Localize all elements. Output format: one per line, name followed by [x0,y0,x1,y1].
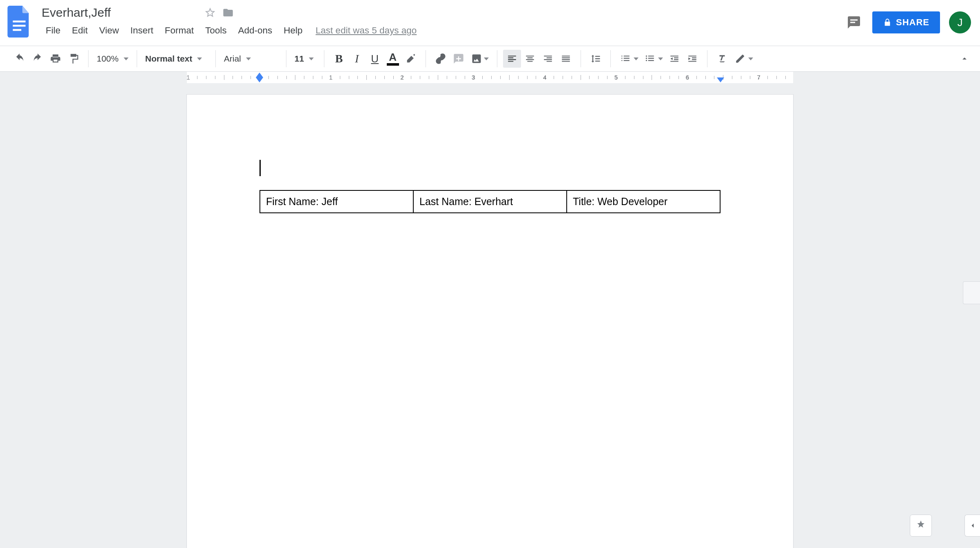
ruler[interactable]: 11234567 [0,72,980,83]
italic-icon[interactable]: I [348,50,366,68]
svg-rect-2 [13,29,21,31]
content-table[interactable]: First Name: Jeff Last Name: Everhart Tit… [259,190,721,213]
comments-icon[interactable] [845,13,863,32]
show-side-panel-icon[interactable] [964,515,980,537]
table-cell[interactable]: Last Name: Everhart [413,190,567,213]
toolbar-separator [88,50,89,67]
account-avatar[interactable]: J [949,11,971,33]
insert-image-icon[interactable] [468,50,486,68]
page[interactable]: First Name: Jeff Last Name: Everhart Tit… [187,95,793,548]
svg-rect-4 [850,22,855,23]
bold-icon[interactable]: B [330,50,348,68]
table-cell[interactable]: Title: Web Developer [567,190,720,213]
document-title-input[interactable] [40,5,198,20]
explore-icon[interactable] [910,515,932,537]
insert-comment-icon[interactable] [450,50,468,68]
zoom-dropdown[interactable]: 100% [91,50,134,68]
undo-icon[interactable] [11,50,29,68]
align-center-icon[interactable] [521,50,539,68]
menu-tools[interactable]: Tools [200,23,233,38]
paint-format-icon[interactable] [64,50,82,68]
caret-down-icon[interactable] [634,57,639,60]
last-edit-link[interactable]: Last edit was 5 days ago [316,25,417,36]
line-spacing-icon[interactable] [587,50,605,68]
docs-logo-icon[interactable] [7,6,31,38]
title-area: File Edit View Insert Format Tools Add-o… [40,4,973,38]
caret-down-icon [309,57,314,60]
lock-icon [883,18,892,27]
align-left-icon[interactable] [503,50,521,68]
star-icon[interactable] [204,7,216,19]
caret-down-icon[interactable] [658,57,663,60]
increase-indent-icon[interactable] [683,50,701,68]
menu-edit[interactable]: Edit [66,23,93,38]
svg-rect-0 [13,20,25,22]
caret-down-icon [197,57,202,60]
caret-down-icon[interactable] [484,57,489,60]
text-color-a-icon: A [389,52,397,62]
text-color-swatch [387,63,399,66]
right-indent-marker[interactable] [717,77,724,82]
menu-file[interactable]: File [40,23,66,38]
folder-icon[interactable] [222,7,234,19]
decrease-indent-icon[interactable] [665,50,683,68]
editing-mode-icon[interactable] [731,50,749,68]
text-color-button[interactable]: A [384,50,402,68]
caret-down-icon [124,57,129,60]
numbered-list-icon[interactable] [616,50,634,68]
insert-link-icon[interactable] [432,50,450,68]
table-cell[interactable]: First Name: Jeff [260,190,413,213]
document-canvas[interactable]: First Name: Jeff Last Name: Everhart Tit… [0,83,980,548]
menu-format[interactable]: Format [159,23,200,38]
text-cursor [259,160,261,176]
share-label: SHARE [896,17,929,28]
clear-formatting-icon[interactable] [713,50,731,68]
table-row[interactable]: First Name: Jeff Last Name: Everhart Tit… [260,190,720,213]
highlight-icon[interactable] [402,50,420,68]
print-icon[interactable] [47,50,64,68]
caret-down-icon[interactable] [748,57,753,60]
font-family-dropdown[interactable]: Arial [218,50,284,68]
caret-down-icon [246,57,251,60]
left-indent-marker[interactable] [256,77,263,82]
svg-rect-1 [13,25,25,27]
collapse-toolbar-icon[interactable] [956,50,973,68]
menu-addons[interactable]: Add-ons [233,23,278,38]
underline-icon[interactable]: U [366,50,384,68]
bulleted-list-icon[interactable] [641,50,659,68]
menu-bar: File Edit View Insert Format Tools Add-o… [40,23,973,38]
align-justify-icon[interactable] [557,50,575,68]
menu-help[interactable]: Help [278,23,308,38]
redo-icon[interactable] [29,50,47,68]
font-size-value: 11 [295,54,304,64]
menu-view[interactable]: View [93,23,124,38]
menu-insert[interactable]: Insert [124,23,159,38]
zoom-value: 100% [97,54,119,64]
paragraph-style-value: Normal text [145,54,193,64]
header-actions: SHARE J [845,11,971,33]
paragraph-style-dropdown[interactable]: Normal text [140,50,213,68]
align-right-icon[interactable] [539,50,557,68]
toolbar: 100% Normal text Arial 11 B I U A [0,46,980,72]
share-button[interactable]: SHARE [872,11,940,33]
title-row [40,4,973,20]
first-line-indent-marker[interactable] [256,73,263,77]
svg-rect-3 [850,20,858,21]
header: File Edit View Insert Format Tools Add-o… [0,0,980,46]
font-size-dropdown[interactable]: 11 [289,50,321,68]
font-family-value: Arial [224,54,241,64]
side-panel-tab[interactable] [963,281,980,304]
